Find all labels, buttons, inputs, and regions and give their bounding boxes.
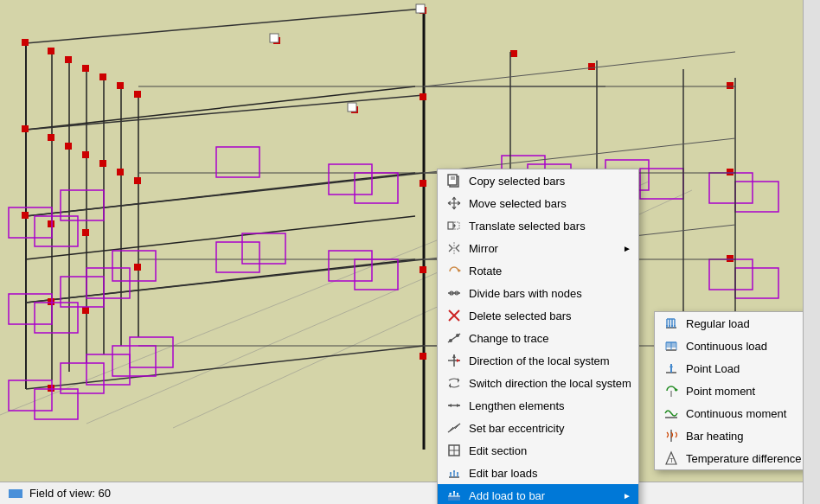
svg-rect-51 [420,353,426,360]
continuous-moment-icon [662,405,681,421]
svg-rect-91 [348,103,356,112]
mirror-label: Mirror [469,242,616,255]
lengthen-icon [445,398,464,413]
submenu-item-regular-load[interactable]: Regular load [655,312,803,335]
svg-rect-29 [117,82,124,89]
svg-rect-64 [130,337,173,367]
menu-item-change-to-trace[interactable]: Change to trace [438,327,638,349]
direction-local-label: Direction of the local system [469,354,631,367]
svg-rect-65 [9,294,52,324]
svg-rect-108 [448,222,453,229]
temperature-diff-label: Temperature difference [686,452,803,465]
menu-item-direction-local[interactable]: Direction of the local system [438,349,638,372]
svg-rect-28 [99,73,106,80]
submenu-add-load[interactable]: Regular load Continuous load [654,311,803,470]
submenu-item-continuous-moment[interactable]: Continuous moment [655,402,803,424]
status-indicator [9,489,22,498]
point-moment-label: Point moment [686,385,803,398]
svg-line-11 [26,216,415,259]
svg-rect-36 [117,169,124,175]
svg-rect-89 [735,268,778,298]
svg-rect-55 [727,169,734,175]
continuous-load-icon [662,338,681,354]
svg-rect-59 [9,380,52,411]
svg-marker-130 [448,404,452,407]
add-load-icon [445,488,464,503]
svg-rect-39 [48,220,54,227]
menu-item-translate-selected-bars[interactable]: Translate selected bars [438,214,638,237]
menu-item-lengthen[interactable]: Lengthen elements [438,394,638,417]
svg-rect-42 [48,298,54,305]
menu-item-add-load-to-bar[interactable]: Add load to bar ► [438,484,638,504]
svg-rect-49 [420,180,426,187]
svg-rect-73 [216,242,259,272]
menu-item-rotate[interactable]: Rotate [438,259,638,282]
copy-selected-bars-label: Copy selected bars [469,175,631,188]
add-load-arrow: ► [623,491,631,501]
submenu-item-continuous-load[interactable]: Continuous load [655,335,803,357]
svg-rect-43 [82,307,89,314]
lengthen-elements-label: Lengthen elements [469,399,631,412]
point-load-label: Point Load [686,362,803,375]
scrollbar[interactable] [803,0,820,504]
context-menu[interactable]: Copy selected bars Move selected bars [437,169,639,504]
submenu-item-bar-heating[interactable]: Bar heating [655,424,803,447]
menu-item-switch-direction[interactable]: Switch direction the local system [438,372,638,394]
switch-dir-icon [445,375,464,391]
svg-point-121 [456,334,459,337]
svg-rect-53 [588,63,595,70]
rotate-icon [445,263,464,278]
3d-viewport: Field of view: 60 Copy selected bars [0,0,803,504]
svg-rect-105 [448,175,457,185]
menu-item-edit-section[interactable]: Edit section [438,439,638,462]
svg-marker-127 [449,383,451,388]
menu-item-mirror[interactable]: Mirror ► [438,237,638,259]
edit-bar-loads-label: Edit bar loads [469,467,631,480]
svg-rect-24 [22,39,29,46]
divide-icon [445,285,464,301]
eccentricity-icon [445,420,464,436]
continuous-moment-label: Continuous moment [686,407,803,420]
change-to-trace-label: Change to trace [469,332,631,345]
svg-text:T: T [669,456,674,464]
menu-item-eccentricity[interactable]: Set bar eccentricity [438,417,638,439]
divide-bars-label: Divide bars with nodes [469,287,631,300]
svg-rect-48 [420,93,426,100]
edit-section-label: Edit section [469,444,631,457]
svg-marker-126 [458,378,459,383]
rotate-label: Rotate [469,265,631,278]
menu-item-copy-selected-bars[interactable]: Copy selected bars [438,169,638,192]
submenu-item-temperature-diff[interactable]: T Temperature difference [655,447,803,469]
bar-heating-label: Bar heating [686,430,803,443]
svg-rect-30 [134,91,141,98]
point-moment-icon [662,383,681,399]
submenu-item-point-moment[interactable]: Point moment [655,380,803,402]
submenu-item-point-load[interactable]: Point Load [655,357,803,380]
svg-rect-37 [134,177,141,184]
menu-item-divide-bars[interactable]: Divide bars with nodes [438,282,638,304]
add-load-to-bar-label: Add load to bar [469,489,616,502]
svg-rect-32 [48,134,54,141]
menu-item-move-selected-bars[interactable]: Move selected bars [438,192,638,214]
svg-marker-111 [454,224,456,227]
direction-icon [445,353,464,368]
svg-point-120 [449,339,452,342]
svg-rect-144 [448,496,460,501]
svg-rect-52 [510,50,517,57]
svg-line-20 [26,95,424,130]
svg-rect-35 [99,160,106,167]
copy-icon [445,173,464,188]
move-icon [445,195,464,211]
bar-heating-icon [662,428,681,443]
menu-item-delete-selected-bars[interactable]: Delete selected bars [438,304,638,327]
svg-marker-129 [457,404,460,407]
svg-rect-40 [82,229,89,236]
svg-rect-26 [65,56,72,63]
menu-item-edit-bar-loads[interactable]: Edit bar loads [438,462,638,484]
continuous-load-label: Continuous load [686,340,803,353]
svg-rect-27 [82,65,89,72]
svg-line-19 [26,9,424,43]
svg-marker-113 [458,269,461,272]
delete-selected-bars-label: Delete selected bars [469,309,631,322]
svg-rect-86 [709,173,753,203]
